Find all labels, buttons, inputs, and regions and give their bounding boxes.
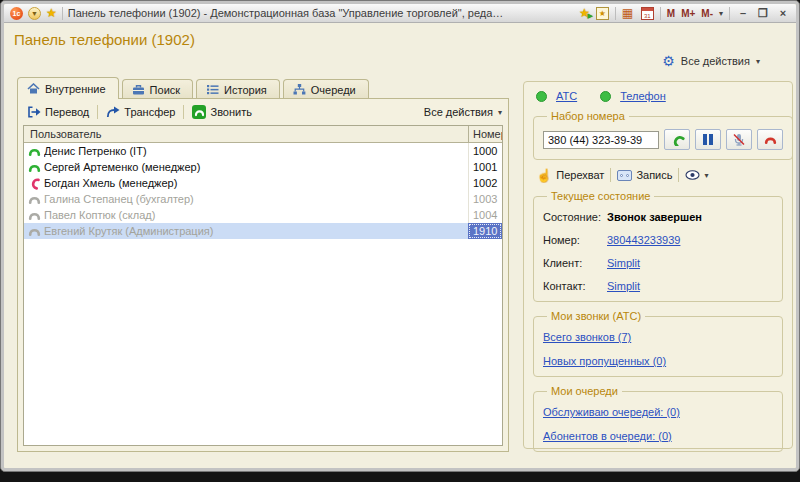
tab-search[interactable]: Поиск bbox=[122, 79, 193, 99]
state-label: Состояние: bbox=[543, 211, 607, 223]
record-button[interactable]: Запись bbox=[617, 169, 672, 181]
user-number-focused-cell: 1910 bbox=[468, 223, 502, 239]
1c-logo-icon: 1с bbox=[10, 7, 23, 20]
all-actions-list-button[interactable]: Все действия ▾ bbox=[424, 106, 502, 118]
hold-button[interactable] bbox=[695, 129, 721, 150]
mute-mic-icon bbox=[732, 133, 746, 146]
hangup-icon bbox=[763, 134, 778, 145]
m-minus-button[interactable]: М- bbox=[701, 8, 713, 19]
calculator-icon[interactable]: ▦ bbox=[622, 7, 635, 20]
intercept-label: Перехват bbox=[556, 169, 604, 181]
atc-status-dot bbox=[536, 91, 547, 102]
table-row[interactable]: Сергей Артеменко (менеджер) 1001 bbox=[24, 159, 502, 175]
number-label: Номер: bbox=[543, 234, 607, 246]
transfer-button[interactable]: Трансфер bbox=[103, 104, 178, 120]
contact-link[interactable]: Simplit bbox=[607, 280, 773, 292]
user-number: 1003 bbox=[468, 191, 502, 207]
page-title: Панель телефонии (1902) bbox=[14, 31, 195, 48]
handset-online-icon bbox=[24, 146, 44, 157]
visibility-menu-button[interactable]: ▾ bbox=[685, 170, 708, 180]
mute-button[interactable] bbox=[726, 129, 752, 150]
current-state-legend: Текущее состояние bbox=[547, 190, 654, 202]
tab-strip: Внутренние Поиск История Очереди bbox=[17, 77, 372, 99]
favorites-box-icon[interactable]: ★ bbox=[596, 7, 609, 20]
transfer-call-button[interactable]: Перевод bbox=[24, 104, 92, 120]
call-actions-row: ☝ Перехват Запись ▾ bbox=[536, 168, 781, 182]
chevron-down-icon: ▾ bbox=[756, 57, 760, 66]
column-user[interactable]: Пользователь bbox=[24, 128, 468, 140]
intercept-button[interactable]: ☝ Перехват bbox=[536, 169, 604, 182]
table-header[interactable]: Пользователь Номер bbox=[24, 126, 502, 143]
calendar-icon[interactable]: 31 bbox=[641, 7, 654, 20]
my-queues-group: Мои очереди Обслуживаю очередей: (0) Або… bbox=[533, 385, 783, 452]
table-row[interactable]: Павел Коптюк (склад) 1004 bbox=[24, 207, 502, 223]
window-title: Панель телефонии (1902) - Демонстрационн… bbox=[68, 7, 508, 19]
main-menu-icon[interactable]: ▼ bbox=[28, 7, 41, 20]
toolbar: Перевод Трансфер Звонить Все действия ▾ bbox=[18, 99, 508, 124]
atc-link[interactable]: АТС bbox=[556, 90, 577, 102]
my-calls-group: Мои звонки (АТС) Всего звонков (7) Новых… bbox=[533, 310, 783, 377]
client-label: Клиент: bbox=[543, 257, 607, 269]
user-name: Евгений Крутяк (Администрация) bbox=[44, 225, 468, 237]
close-button[interactable]: × bbox=[776, 7, 790, 19]
table-row[interactable]: Денис Петренко (IT) 1000 bbox=[24, 143, 502, 159]
transfer-out-icon bbox=[27, 106, 41, 118]
gear-icon: ⚙ bbox=[662, 54, 675, 68]
titlebar-separator bbox=[660, 7, 661, 20]
m-button[interactable]: М bbox=[667, 8, 675, 19]
serving-queues-link[interactable]: Обслуживаю очередей: (0) bbox=[543, 406, 773, 418]
minimize-button[interactable]: – bbox=[736, 7, 750, 19]
add-favorite-icon[interactable]: ★▶ bbox=[579, 7, 590, 20]
dial-number-input[interactable] bbox=[543, 131, 659, 149]
user-number: 1002 bbox=[468, 175, 502, 191]
titlebar-more-icon[interactable]: ▾ bbox=[719, 9, 723, 18]
favorites-star-icon[interactable]: ★ bbox=[46, 7, 57, 20]
my-calls-legend: Мои звонки (АТС) bbox=[547, 310, 645, 322]
user-name: Денис Петренко (IT) bbox=[44, 145, 468, 157]
telephony-side-panel: АТС Телефон Набор номера bbox=[523, 81, 793, 449]
tab-history[interactable]: История bbox=[196, 79, 280, 99]
users-table: Пользователь Номер Денис Петренко (IT) 1… bbox=[23, 125, 503, 446]
tab-label: Очереди bbox=[311, 84, 356, 96]
user-number: 1001 bbox=[468, 159, 502, 175]
column-number[interactable]: Номер bbox=[468, 126, 502, 142]
user-name: Богдан Хмель (менеджер) bbox=[44, 177, 468, 189]
m-plus-button[interactable]: М+ bbox=[681, 8, 695, 19]
dial-call-button[interactable] bbox=[664, 129, 690, 150]
separator bbox=[678, 168, 679, 182]
tab-internal[interactable]: Внутренние bbox=[17, 77, 119, 99]
handset-offline-icon bbox=[24, 226, 44, 237]
all-actions-label: Все действия bbox=[424, 106, 493, 118]
table-row[interactable]: Галина Степанец (бухгалтер) 1003 bbox=[24, 191, 502, 207]
user-name: Павел Коптюк (склад) bbox=[44, 209, 468, 221]
hand-icon: ☝ bbox=[536, 169, 552, 182]
tab-label: Поиск bbox=[150, 84, 180, 96]
curved-arrow-icon bbox=[106, 106, 120, 118]
number-link[interactable]: 380443233939 bbox=[607, 234, 773, 246]
phone-link[interactable]: Телефон bbox=[620, 90, 666, 102]
cassette-icon bbox=[617, 170, 632, 181]
table-row-selected[interactable]: Евгений Крутяк (Администрация) 1910 bbox=[24, 223, 502, 239]
maximize-button[interactable]: ❒ bbox=[756, 7, 770, 20]
list-icon bbox=[206, 84, 219, 95]
hangup-button[interactable] bbox=[757, 129, 783, 150]
phone-status-dot bbox=[600, 91, 611, 102]
missed-calls-link[interactable]: Новых пропущенных (0) bbox=[543, 355, 773, 367]
call-phone-icon bbox=[192, 105, 206, 119]
queue-subscribers-link[interactable]: Абонентов в очереди: (0) bbox=[543, 430, 773, 442]
contact-label: Контакт: bbox=[543, 280, 607, 292]
dial-group: Набор номера bbox=[533, 110, 793, 160]
titlebar-separator bbox=[62, 7, 63, 20]
tab-label: Внутренние bbox=[45, 83, 106, 95]
call-button[interactable]: Звонить bbox=[189, 103, 254, 121]
table-row[interactable]: Богдан Хмель (менеджер) 1002 bbox=[24, 175, 502, 191]
internal-tab-panel: Перевод Трансфер Звонить Все действия ▾ bbox=[17, 98, 509, 452]
record-label: Запись bbox=[636, 169, 672, 181]
client-link[interactable]: Simplit bbox=[607, 257, 773, 269]
my-queues-legend: Мои очереди bbox=[547, 385, 622, 397]
total-calls-link[interactable]: Всего звонков (7) bbox=[543, 331, 773, 343]
all-actions-top-button[interactable]: ⚙ Все действия ▾ bbox=[662, 54, 760, 68]
tab-queues[interactable]: Очереди bbox=[283, 79, 369, 99]
toolbar-separator bbox=[97, 105, 98, 119]
transfer-label: Трансфер bbox=[124, 106, 175, 118]
